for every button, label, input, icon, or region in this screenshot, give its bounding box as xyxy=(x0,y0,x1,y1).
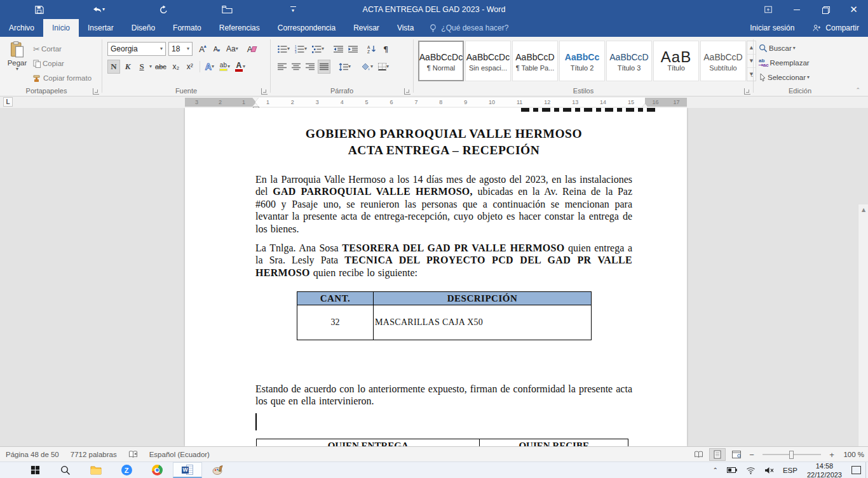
align-center-button[interactable] xyxy=(290,60,302,74)
vertical-scrollbar[interactable]: ▲ ▼ xyxy=(858,204,868,446)
proofing-status[interactable] xyxy=(123,450,144,458)
share-button[interactable]: Compartir xyxy=(803,23,868,33)
parrafo-dialog-launcher[interactable] xyxy=(404,88,410,95)
items-table[interactable]: CANT. DESCRIPCIÓN 32 MASCARILLAS CAJA X5… xyxy=(297,291,592,340)
collapse-ribbon-button[interactable]: ⌃ xyxy=(855,87,860,93)
signature-table[interactable]: QUIEN ENTREGA QUIEN RECIBE xyxy=(256,439,628,446)
zoom-in-button[interactable]: + xyxy=(827,450,836,460)
align-left-button[interactable] xyxy=(276,60,288,74)
style-subtitulo[interactable]: AaBbCcDSubtítulo xyxy=(700,41,746,81)
tab-referencias[interactable]: Referencias xyxy=(210,19,269,37)
zoom-out-button[interactable]: − xyxy=(747,450,756,460)
underline-caret[interactable]: ▾ xyxy=(149,64,152,69)
increase-indent-button[interactable] xyxy=(346,42,360,56)
font-size-combo[interactable]: 18 ▾ xyxy=(168,42,193,56)
bullets-button[interactable]: ▾ xyxy=(276,42,292,56)
print-layout-button[interactable] xyxy=(709,448,726,461)
sort-button[interactable]: AZ xyxy=(365,42,378,56)
page-indicator[interactable]: Página 48 de 50 xyxy=(0,451,65,458)
font-family-combo[interactable]: Georgia ▾ xyxy=(107,42,166,56)
tab-vista[interactable]: Vista xyxy=(388,19,423,37)
input-language[interactable]: ESP xyxy=(778,462,802,478)
tab-stop-selector[interactable]: L xyxy=(3,97,13,107)
file-explorer-button[interactable] xyxy=(81,462,111,478)
tab-revisar[interactable]: Revisar xyxy=(344,19,388,37)
ribbon-display-options-button[interactable] xyxy=(754,0,782,19)
restore-button[interactable] xyxy=(811,0,839,19)
tray-expand-chevron[interactable]: ⌃ xyxy=(709,462,722,478)
tab-archivo[interactable]: Archivo xyxy=(0,19,43,37)
language-indicator[interactable]: Español (Ecuador) xyxy=(144,451,215,458)
portapapeles-dialog-launcher[interactable] xyxy=(93,88,99,95)
estilos-dialog-launcher[interactable] xyxy=(744,88,750,95)
style-sin-espaciado[interactable]: AaBbCcDcSin espaci... xyxy=(465,41,511,81)
cut-button[interactable]: ✂ Cortar xyxy=(33,42,62,56)
start-button[interactable] xyxy=(20,462,50,478)
align-right-button[interactable] xyxy=(304,60,316,74)
close-button[interactable]: ✕ xyxy=(839,0,868,19)
style-titulo-2[interactable]: AaBbCcTítulo 2 xyxy=(559,41,605,81)
battery-indicator[interactable] xyxy=(722,462,742,478)
replace-button[interactable]: ab⇢ac Reemplazar xyxy=(759,56,810,70)
change-case-button[interactable]: Aa▾ xyxy=(224,42,240,56)
style-titulo[interactable]: AaBTítulo xyxy=(653,41,699,81)
font-color-button[interactable]: A▾ xyxy=(233,60,247,74)
tab-diseno[interactable]: Diseño xyxy=(123,19,164,37)
zoom-slider[interactable] xyxy=(763,454,821,455)
tab-correspondencia[interactable]: Correspondencia xyxy=(269,19,344,37)
paste-button[interactable]: Pegar ▾ xyxy=(4,41,31,72)
document-page[interactable]: GOBIERNO PARROQUIAL VALLE HERMOSO ACTA E… xyxy=(185,108,687,446)
taskbar-search-button[interactable] xyxy=(51,462,80,478)
fuente-dialog-launcher[interactable] xyxy=(261,88,268,95)
wifi-indicator[interactable] xyxy=(742,462,760,478)
shading-button[interactable]: ▾ xyxy=(359,60,375,74)
underline-button[interactable]: S xyxy=(135,60,148,74)
show-paragraph-marks-button[interactable]: ¶ xyxy=(379,42,392,56)
tab-formato[interactable]: Formato xyxy=(164,19,210,37)
minimize-button[interactable] xyxy=(782,0,811,19)
numbering-button[interactable]: 123▾ xyxy=(293,42,309,56)
subscript-button[interactable]: x₂ xyxy=(170,60,182,74)
tab-inicio[interactable]: Inicio xyxy=(43,19,79,37)
justify-button[interactable] xyxy=(318,60,330,74)
decrease-indent-button[interactable] xyxy=(332,42,345,56)
word-count[interactable]: 7712 palabras xyxy=(65,451,123,458)
word-taskbar-button[interactable]: W xyxy=(173,462,202,478)
paste-dropdown-caret[interactable]: ▾ xyxy=(16,67,18,72)
clear-formatting-button[interactable]: A xyxy=(245,42,258,56)
select-button[interactable]: Seleccionar ▾ xyxy=(759,70,810,84)
action-center-button[interactable] xyxy=(847,462,865,478)
superscript-button[interactable]: x² xyxy=(184,60,196,74)
zoom-level[interactable]: 100 % xyxy=(839,451,864,458)
multilevel-list-button[interactable]: ▾ xyxy=(310,42,326,56)
bold-button[interactable]: N xyxy=(107,60,120,74)
borders-button[interactable]: ▾ xyxy=(376,60,391,74)
line-spacing-button[interactable]: ▾ xyxy=(337,60,353,74)
sign-in-button[interactable]: Iniciar sesión xyxy=(741,23,803,32)
scroll-up-arrow[interactable]: ▲ xyxy=(858,204,868,215)
right-indent-marker[interactable] xyxy=(642,100,648,107)
copy-button[interactable]: Copiar xyxy=(33,56,64,70)
chrome-button[interactable] xyxy=(142,462,172,478)
highlight-button[interactable]: ab▾ xyxy=(217,60,232,74)
shrink-font-button[interactable]: A▾ xyxy=(210,42,223,56)
strikethrough-button[interactable]: abc xyxy=(153,60,168,74)
volume-muted-indicator[interactable] xyxy=(760,462,778,478)
tab-insertar[interactable]: Insertar xyxy=(79,19,123,37)
paint-button[interactable] xyxy=(203,462,233,478)
style-table-paragraph[interactable]: AaBbCcD¶ Table Pa... xyxy=(512,41,558,81)
read-mode-button[interactable] xyxy=(690,448,707,461)
style-titulo-3[interactable]: AaBbCcDTítulo 3 xyxy=(606,41,652,81)
grow-font-button[interactable]: A▴ xyxy=(196,42,209,56)
zoom-app-button[interactable]: Z xyxy=(112,462,141,478)
text-effects-button[interactable]: A▾ xyxy=(203,60,216,74)
style-normal[interactable]: AaBbCcDc¶ Normal xyxy=(418,41,464,81)
web-layout-button[interactable] xyxy=(728,448,745,461)
clock[interactable]: 14:58 22/12/2023 xyxy=(802,462,847,478)
tell-me-box[interactable]: ¿Qué desea hacer? xyxy=(423,19,515,37)
format-painter-button[interactable]: Copiar formato xyxy=(33,71,92,85)
find-button[interactable]: Buscar ▾ xyxy=(759,41,796,55)
show-desktop-button[interactable] xyxy=(865,462,868,478)
italic-button[interactable]: K xyxy=(121,60,134,74)
zoom-slider-handle[interactable] xyxy=(789,451,794,459)
